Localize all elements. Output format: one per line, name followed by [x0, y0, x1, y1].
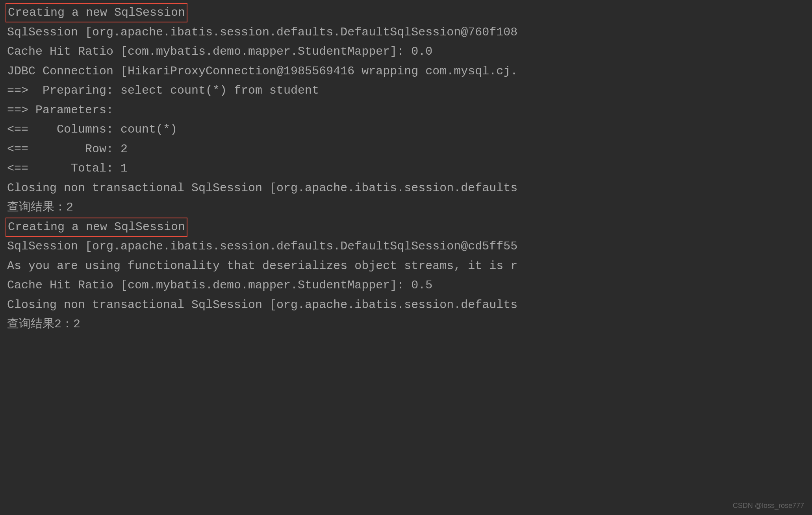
log-line: Cache Hit Ratio [com.mybatis.demo.mapper… [7, 42, 805, 62]
highlight-box: Creating a new SqlSession [6, 218, 187, 237]
log-line-highlighted: Creating a new SqlSession [7, 3, 805, 23]
log-line: ==> Parameters: [7, 101, 805, 120]
log-line: <== Total: 1 [7, 159, 805, 179]
log-line: SqlSession [org.apache.ibatis.session.de… [7, 237, 805, 257]
log-line-highlighted: Creating a new SqlSession [7, 218, 805, 237]
log-line: SqlSession [org.apache.ibatis.session.de… [7, 23, 805, 42]
console-output: Creating a new SqlSession SqlSession [or… [7, 3, 805, 334]
log-line: As you are using functionality that dese… [7, 257, 805, 276]
watermark: CSDN @loss_rose777 [733, 500, 804, 512]
log-line: JDBC Connection [HikariProxyConnection@1… [7, 62, 805, 81]
log-line: Closing non transactional SqlSession [or… [7, 179, 805, 198]
highlight-box: Creating a new SqlSession [6, 3, 187, 22]
log-line: <== Columns: count(*) [7, 120, 805, 140]
log-line: Cache Hit Ratio [com.mybatis.demo.mapper… [7, 276, 805, 295]
log-line: Closing non transactional SqlSession [or… [7, 295, 805, 315]
log-line: 查询结果：2 [7, 198, 805, 218]
log-line: ==> Preparing: select count(*) from stud… [7, 81, 805, 101]
log-line: <== Row: 2 [7, 140, 805, 159]
log-line: 查询结果2：2 [7, 315, 805, 334]
